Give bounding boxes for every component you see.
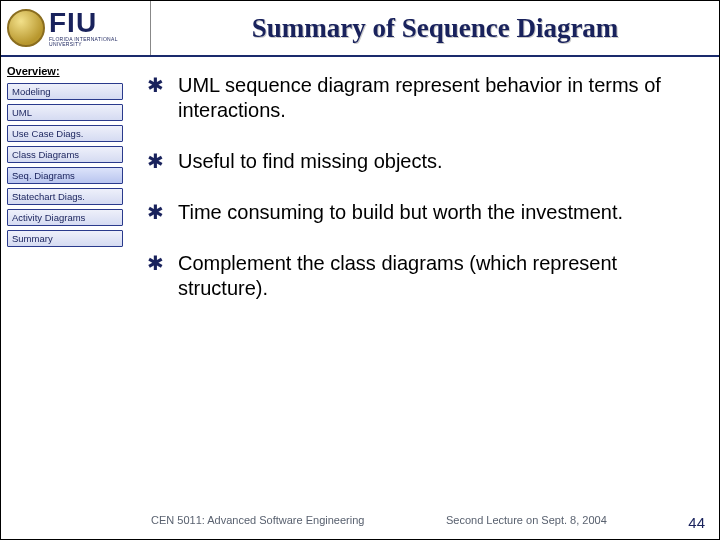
sidebar-item-use-case-diags[interactable]: Use Case Diags. [7,125,123,142]
content-area: ✱UML sequence diagram represent behavior… [129,57,719,539]
sidebar-item-class-diagrams[interactable]: Class Diagrams [7,146,123,163]
page-number: 44 [688,514,705,531]
sidebar-item-summary[interactable]: Summary [7,230,123,247]
bullet-icon: ✱ [147,149,164,173]
bullet-item: ✱Useful to find missing objects. [147,149,695,174]
sidebar-item-activity-diagrams[interactable]: Activity Diagrams [7,209,123,226]
sidebar-item-uml[interactable]: UML [7,104,123,121]
seal-icon [7,9,45,47]
sidebar-item-statechart-diags[interactable]: Statechart Diags. [7,188,123,205]
logo-main: FIU [49,9,144,37]
bullet-text: UML sequence diagram represent behavior … [178,73,695,123]
bullet-icon: ✱ [147,251,164,275]
footer-lecture: Second Lecture on Sept. 8, 2004 [446,514,607,531]
bullet-item: ✱Complement the class diagrams (which re… [147,251,695,301]
sidebar: Overview: ModelingUMLUse Case Diags.Clas… [1,57,129,539]
footer-course: CEN 5011: Advanced Software Engineering [151,514,364,531]
bullet-text: Complement the class diagrams (which rep… [178,251,695,301]
slide-title: Summary of Sequence Diagram [252,13,619,44]
bullet-text: Time consuming to build but worth the in… [178,200,623,225]
logo: FIU FLORIDA INTERNATIONAL UNIVERSITY [1,1,151,55]
bullet-item: ✱UML sequence diagram represent behavior… [147,73,695,123]
sidebar-heading: Overview: [7,65,123,77]
sidebar-item-modeling[interactable]: Modeling [7,83,123,100]
bullet-item: ✱Time consuming to build but worth the i… [147,200,695,225]
bullet-text: Useful to find missing objects. [178,149,443,174]
logo-subtitle: FLORIDA INTERNATIONAL UNIVERSITY [49,37,144,47]
bullet-icon: ✱ [147,200,164,224]
sidebar-item-seq-diagrams[interactable]: Seq. Diagrams [7,167,123,184]
bullet-icon: ✱ [147,73,164,97]
